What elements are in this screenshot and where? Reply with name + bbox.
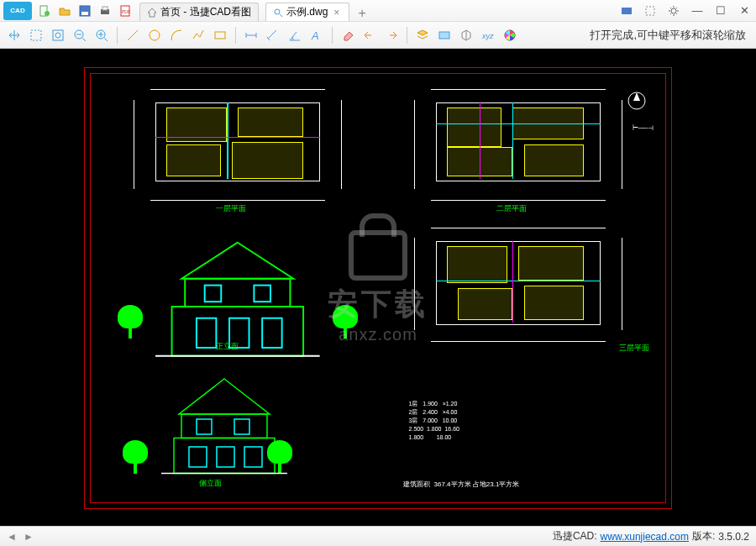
drawing-inner-border: ⊢──⊣ 一层平面: [90, 73, 666, 503]
svg-marker-39: [181, 243, 293, 279]
data-block: 1层 1.900 ×1.20 2层 2.400 ×4.00 3层 7.000 1…: [381, 360, 655, 492]
svg-point-8: [275, 9, 280, 14]
pan-icon[interactable]: [5, 26, 24, 45]
layer-icon[interactable]: [413, 26, 432, 45]
svg-line-29: [268, 30, 276, 39]
plan-2: 二层平面: [381, 84, 655, 216]
quick-access: PDF: [37, 3, 133, 18]
toolbar: A xyz 打开完成,可中键平移和滚轮缩放: [0, 22, 756, 49]
plan-1: 一层平面: [101, 84, 375, 216]
minimize-button[interactable]: —: [689, 3, 706, 18]
3d-icon[interactable]: xyz: [479, 26, 497, 45]
svg-text:xyz: xyz: [481, 32, 494, 40]
tab-close-icon[interactable]: ×: [331, 7, 342, 18]
tab-home-label: 首页 - 迅捷CAD看图: [160, 5, 251, 19]
polyline-icon[interactable]: [189, 26, 207, 45]
dim-angular-icon[interactable]: [286, 26, 304, 45]
prev-tab-icon[interactable]: ◄: [5, 530, 18, 543]
statusbar-left: ◄ ►: [5, 530, 35, 543]
arc-icon[interactable]: [167, 26, 186, 45]
svg-line-18: [82, 38, 86, 41]
svg-line-23: [128, 30, 138, 40]
separator: [407, 27, 407, 44]
svg-rect-13: [31, 30, 41, 40]
text-icon[interactable]: A: [307, 26, 326, 45]
svg-rect-53: [234, 419, 249, 434]
save-icon[interactable]: [77, 3, 92, 18]
separator: [235, 27, 236, 44]
settings-icon[interactable]: [665, 3, 682, 18]
tab-file[interactable]: 示例.dwg ×: [265, 3, 349, 21]
maximize-button[interactable]: ☐: [712, 3, 729, 18]
svg-text:PDF: PDF: [122, 9, 130, 14]
svg-rect-52: [197, 419, 212, 434]
svg-rect-44: [255, 286, 271, 302]
status-link[interactable]: www.xunjiecad.com: [601, 531, 689, 543]
line-icon[interactable]: [123, 26, 142, 45]
tab-add-button[interactable]: +: [349, 6, 374, 21]
svg-rect-42: [262, 318, 281, 348]
tab-area: 首页 - 迅捷CAD看图 示例.dwg × +: [133, 0, 618, 21]
circle-icon[interactable]: [145, 26, 164, 45]
svg-point-24: [150, 30, 160, 40]
block-icon[interactable]: [435, 26, 454, 45]
separator: [117, 27, 118, 44]
elevation-2: 侧立面: [101, 360, 375, 492]
drawing-border: ⊢──⊣ 一层平面: [84, 67, 672, 509]
dim-aligned-icon[interactable]: [264, 26, 282, 45]
rect-icon[interactable]: [211, 26, 229, 45]
hint-text: 打开完成,可中键平移和滚轮缩放: [590, 28, 751, 43]
zoom-extents-icon[interactable]: [27, 26, 45, 45]
new-icon[interactable]: [37, 3, 52, 18]
separator: [332, 27, 333, 44]
zoom-window-icon[interactable]: [49, 26, 67, 45]
svg-point-12: [671, 8, 676, 13]
elevation-1: 正立面: [101, 223, 375, 354]
svg-line-22: [104, 38, 108, 41]
redo-icon[interactable]: [382, 26, 401, 45]
svg-rect-38: [185, 279, 290, 307]
area-table: 1层 1.900 ×1.20 2层 2.400 ×4.00 3层 7.000 1…: [409, 400, 601, 442]
lang-icon[interactable]: [642, 3, 659, 18]
search-icon: [273, 8, 283, 18]
undo-icon[interactable]: [360, 26, 379, 45]
pin-icon[interactable]: [618, 3, 635, 18]
erase-icon[interactable]: [339, 26, 357, 45]
zoom-in-icon[interactable]: [92, 26, 111, 45]
status-brand: 迅捷CAD:: [553, 529, 597, 543]
open-icon[interactable]: [57, 3, 72, 18]
svg-point-1: [45, 11, 50, 16]
statusbar: ◄ ► 迅捷CAD: www.xunjiecad.com 版本: 3.5.0.2: [0, 526, 756, 546]
color-icon[interactable]: [501, 26, 519, 45]
home-icon: [147, 8, 157, 18]
svg-rect-14: [53, 30, 63, 40]
svg-rect-49: [189, 447, 207, 467]
plan-3: 三层平面: [381, 223, 655, 354]
svg-rect-51: [244, 447, 262, 467]
svg-rect-47: [181, 414, 267, 438]
svg-rect-5: [102, 7, 108, 10]
svg-point-15: [55, 33, 60, 38]
status-version-label: 版本:: [692, 529, 715, 543]
svg-rect-3: [81, 12, 88, 15]
hatch-icon[interactable]: [457, 26, 475, 45]
titlebar: CAD PDF 首页 - 迅捷CAD看图 示例.dwg × + — ☐ ✕: [0, 0, 756, 22]
svg-rect-11: [646, 7, 654, 15]
svg-rect-10: [622, 8, 632, 14]
drawing-grid: 一层平面 二层平面: [101, 84, 655, 492]
svg-rect-32: [439, 32, 449, 39]
canvas[interactable]: ⊢──⊣ 一层平面: [0, 49, 756, 526]
svg-rect-40: [197, 318, 216, 348]
print-icon[interactable]: [97, 3, 113, 18]
dim-linear-icon[interactable]: [242, 26, 260, 45]
zoom-out-icon[interactable]: [71, 26, 89, 45]
tab-home[interactable]: 首页 - 迅捷CAD看图: [139, 3, 259, 21]
status-version: 3.5.0.2: [718, 531, 749, 543]
pdf-icon[interactable]: PDF: [118, 3, 133, 18]
tab-file-label: 示例.dwg: [286, 5, 328, 19]
window-controls: — ☐ ✕: [618, 3, 753, 18]
svg-line-9: [280, 14, 282, 17]
svg-rect-43: [205, 286, 222, 302]
close-button[interactable]: ✕: [736, 3, 753, 18]
next-tab-icon[interactable]: ►: [22, 530, 35, 543]
